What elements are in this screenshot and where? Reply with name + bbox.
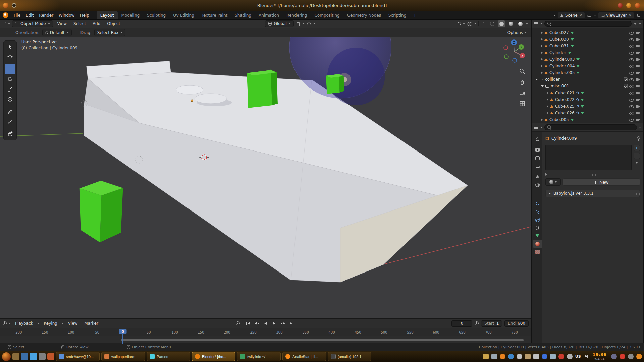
overlay-options-icon[interactable] (474, 23, 476, 24)
shading-wireframe-button[interactable] (488, 20, 496, 27)
maximize-button[interactable] (626, 3, 631, 8)
outliner-row[interactable]: Cylinder.005 (532, 69, 643, 76)
gizmo-options-icon[interactable] (463, 23, 465, 24)
tab-scene-icon[interactable] (533, 173, 542, 181)
slot-specials-icon[interactable] (636, 162, 638, 164)
zoom-icon[interactable] (519, 68, 526, 75)
scale-tool[interactable] (5, 84, 15, 94)
end-frame-field[interactable]: End 600 (504, 320, 529, 327)
outliner-row[interactable]: Cube.030 (532, 36, 643, 43)
cursor-tool[interactable] (5, 52, 15, 62)
menu-select[interactable]: Select (71, 21, 88, 26)
clipboard-icon[interactable] (525, 354, 531, 359)
snap-magnet-icon[interactable] (297, 22, 300, 26)
editor-type-dropdown-icon[interactable] (9, 323, 11, 324)
taskbar-app-icon-2[interactable] (21, 353, 28, 360)
hatch-2[interactable] (195, 94, 227, 104)
hide-eye-icon[interactable] (629, 64, 634, 68)
menu-edit[interactable]: Edit (23, 11, 36, 19)
expand-arrow-icon[interactable] (541, 51, 543, 54)
keyboard-layout-indicator[interactable]: US (575, 354, 581, 359)
new-viewlayer-icon[interactable] (637, 14, 640, 17)
disable-render-icon[interactable] (636, 91, 641, 95)
music-icon[interactable] (517, 354, 522, 359)
toggle-xray-icon[interactable] (481, 22, 484, 25)
material-slot-list[interactable] (545, 145, 632, 170)
outliner-row[interactable]: Cube.031 (532, 43, 643, 49)
panel-grip-icon[interactable] (636, 193, 637, 194)
expand-arrow-icon[interactable] (541, 58, 543, 61)
tab-object-data-icon[interactable] (533, 232, 542, 240)
tab-modifiers-icon[interactable] (533, 199, 542, 207)
close-button[interactable] (635, 3, 640, 8)
disable-render-icon[interactable] (636, 51, 641, 55)
options-dropdown[interactable]: Options (507, 30, 528, 35)
play-button[interactable] (270, 320, 278, 326)
scene-browse-icon[interactable] (553, 15, 555, 16)
menu-window[interactable]: Window (56, 11, 77, 19)
taskbar-window-wallpaperflare[interactable]: wallpaperflare... (101, 352, 145, 361)
hide-eye-icon[interactable] (629, 111, 634, 115)
tab-sculpting[interactable]: Sculpting (143, 11, 169, 19)
proportional-edit-icon[interactable] (307, 22, 311, 25)
files-icon[interactable] (483, 354, 489, 359)
outliner-tree[interactable]: Cube.027 Cube.030 Cube.031 (532, 28, 643, 123)
session-icon[interactable] (628, 354, 634, 359)
tab-material-icon[interactable] (533, 240, 542, 248)
move-tool[interactable] (5, 64, 15, 74)
menu-help[interactable]: Help (77, 11, 92, 19)
camera-view-icon[interactable] (519, 89, 526, 97)
hide-eye-icon[interactable] (629, 37, 634, 42)
current-frame-field[interactable]: 0 (451, 320, 472, 327)
play-reverse-button[interactable] (262, 320, 269, 326)
editor-type-dropdown-icon[interactable] (8, 23, 10, 24)
outliner-row-collection[interactable]: collider (532, 76, 643, 83)
timeline-editor[interactable]: Playback Keying View Marker 0 Start 1 (0, 318, 531, 343)
tab-view-layer-icon[interactable] (533, 162, 542, 170)
show-overlays-icon[interactable] (467, 22, 472, 26)
tab-geometry-nodes[interactable]: Geometry Nodes (343, 11, 385, 19)
network-icon[interactable] (550, 354, 556, 359)
menu-object[interactable]: Object (105, 21, 122, 26)
viewport-3d[interactable]: User Perspective (0) Collection | Cylind… (0, 37, 531, 318)
collapse-arrow-icon[interactable] (535, 79, 538, 80)
start-frame-field[interactable]: Start 1 (481, 320, 502, 327)
editor-type-dropdown-icon[interactable] (540, 127, 542, 128)
auto-key-record-icon[interactable] (236, 321, 240, 325)
menu-keying[interactable]: Keying (42, 321, 60, 326)
tab-layout[interactable]: Layout (97, 11, 118, 19)
shading-options-icon[interactable] (526, 23, 528, 24)
outliner-row[interactable]: Cube.025 (532, 103, 643, 110)
outliner-editor-icon[interactable] (534, 22, 538, 23)
select-box-tool[interactable] (5, 42, 15, 52)
disable-render-icon[interactable] (636, 98, 641, 102)
hide-eye-icon[interactable] (629, 98, 634, 102)
new-scene-icon[interactable] (588, 14, 591, 17)
prev-keyframe-button[interactable] (253, 320, 261, 326)
green-cube-top[interactable] (247, 69, 278, 108)
properties-search-input[interactable] (553, 125, 634, 129)
tab-tool-icon[interactable] (533, 135, 542, 143)
ortho-grid-icon[interactable] (519, 100, 526, 107)
playhead-line[interactable] (122, 333, 123, 344)
disable-render-icon[interactable] (636, 104, 641, 109)
disable-render-icon[interactable] (636, 111, 641, 115)
outliner-row[interactable]: Cube.021 (532, 89, 643, 96)
axis-minus-x-ball[interactable] (504, 46, 508, 50)
next-keyframe-button[interactable] (279, 320, 287, 326)
add-cube-tool[interactable] (5, 129, 15, 139)
babylon-panel-header[interactable]: Babylon.js ver 3.3.1 (545, 190, 640, 197)
pan-hand-icon[interactable] (519, 78, 526, 86)
tab-particles-icon[interactable] (533, 207, 542, 216)
add-slot-button[interactable]: + (634, 145, 640, 151)
tab-compositing[interactable]: Compositing (311, 11, 343, 19)
taskbar-window-blender[interactable]: Blender* [/ho... (192, 352, 235, 361)
outliner-search[interactable] (544, 21, 632, 27)
shading-rendered-button[interactable] (517, 20, 524, 27)
taskbar-app-icon-5[interactable] (47, 353, 54, 360)
scene-selector[interactable]: Scene × (557, 12, 585, 19)
outliner-row-collection[interactable]: misc.001 (532, 83, 643, 89)
outliner-row[interactable]: Cube.022 (532, 96, 643, 103)
menu-playback[interactable]: Playback (13, 321, 36, 326)
properties-search[interactable] (544, 124, 637, 130)
